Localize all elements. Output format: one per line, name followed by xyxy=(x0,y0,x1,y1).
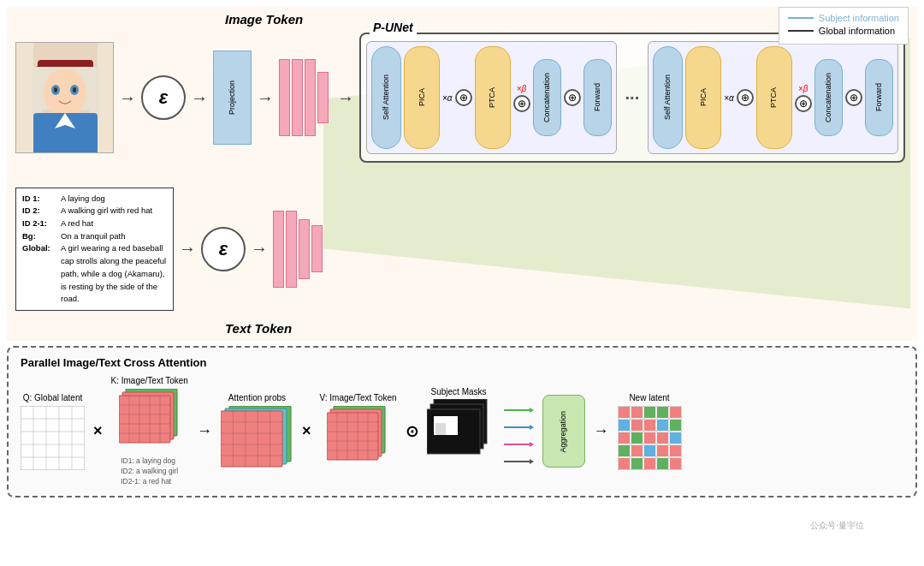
text-token-4 xyxy=(311,225,323,272)
bottom-flow-row: ID 1: A laying dog ID 2: A walking girl … xyxy=(15,188,323,311)
pica-2-label: PICA xyxy=(699,88,708,106)
text-tokens xyxy=(273,211,323,288)
svg-rect-86 xyxy=(619,445,630,456)
arrow-to-new-latent: → xyxy=(594,422,609,440)
ptca-2: PTCA xyxy=(756,46,792,149)
arrow-text-to-enc: → xyxy=(179,239,196,259)
svg-rect-61 xyxy=(435,423,446,435)
image-tokens xyxy=(279,59,329,136)
token-1 xyxy=(279,59,290,136)
concatenation-2-label: Concatenation xyxy=(824,73,833,122)
text-row-global: Global: A girl wearing a red baseball ca… xyxy=(22,242,167,306)
svg-rect-71 xyxy=(619,407,630,418)
k-id1: ID1: a laying dog xyxy=(121,456,178,467)
k-id2: ID2: a walking girl xyxy=(121,467,178,477)
arrow-proj-to-token: → xyxy=(257,88,274,108)
svg-rect-77 xyxy=(631,420,643,431)
svg-point-7 xyxy=(44,69,86,116)
self-attention-1: Self Attention xyxy=(371,46,401,149)
self-attention-2-label: Self Attention xyxy=(663,74,672,120)
svg-marker-63 xyxy=(530,408,534,413)
pica-2: PICA xyxy=(685,46,721,149)
legend-line-subject xyxy=(788,17,814,19)
new-latent-grid xyxy=(618,406,682,470)
image-token-label: Image Token xyxy=(225,12,303,27)
svg-rect-92 xyxy=(631,458,643,469)
token-2 xyxy=(292,59,303,136)
plus-op-6: ⊕ xyxy=(845,89,862,106)
q-matrix xyxy=(21,406,85,470)
ptca-2-label: PTCA xyxy=(769,87,779,108)
legend-global-label: Global information xyxy=(819,26,895,36)
aggregation-block: Aggregation xyxy=(542,395,585,468)
svg-rect-36 xyxy=(221,411,282,467)
attn-tokens-svg xyxy=(221,406,293,470)
k-tokens-svg xyxy=(119,389,181,453)
concatenation-1-label: Concatenation xyxy=(542,73,552,122)
text-token-3 xyxy=(299,219,310,279)
bottom-section: Parallel Image/Text Cross Attention Q: G… xyxy=(7,346,917,497)
self-attention-1-label: Self Attention xyxy=(382,74,391,120)
bottom-title: Parallel Image/Text Cross Attention xyxy=(21,356,903,369)
main-container: Subject information Global information I… xyxy=(0,0,924,566)
dots: ··· xyxy=(622,88,643,108)
svg-point-11 xyxy=(73,87,76,92)
id1-val: A laying dog xyxy=(61,193,105,206)
aggregation-label: Aggregation xyxy=(559,411,568,453)
text-token-1 xyxy=(273,211,284,288)
unet-module-1: Self Attention PICA ×α ⊕ xyxy=(366,41,617,154)
plus-op-5: ⊕ xyxy=(795,95,812,112)
masks-label: Subject Masks xyxy=(431,387,487,396)
k-id21: ID2-1: a red hat xyxy=(121,477,178,487)
token-3 xyxy=(305,59,316,136)
svg-marker-67 xyxy=(530,442,534,447)
svg-rect-91 xyxy=(619,458,630,469)
bg-val: On a tranquil path xyxy=(61,230,126,243)
text-token-2 xyxy=(286,211,297,288)
colored-arrows-svg xyxy=(500,397,534,466)
global-label: Global: xyxy=(22,242,58,306)
anime-image xyxy=(15,42,114,153)
svg-rect-82 xyxy=(631,432,643,444)
arrow-enc-to-proj: → xyxy=(191,88,208,108)
times-alpha-2: ×α xyxy=(724,93,734,103)
svg-rect-93 xyxy=(644,458,655,469)
arrows-section xyxy=(500,397,534,466)
svg-rect-74 xyxy=(657,407,668,418)
times-beta-1: ×β xyxy=(517,84,527,93)
token-4 xyxy=(317,72,329,123)
k-label: K: Image/Text Token xyxy=(111,376,188,385)
text-row-id1: ID 1: A laying dog xyxy=(22,193,167,206)
alpha-group-2: ×α xyxy=(724,93,734,103)
svg-rect-76 xyxy=(619,420,630,431)
hadamard-op: ⊙ xyxy=(406,422,418,441)
unet-module-2: Self Attention PICA ×α ⊕ xyxy=(648,41,898,154)
concat-group-1: ×β ⊕ xyxy=(513,84,530,112)
text-row-id2: ID 2: A walking girl with red hat xyxy=(22,205,167,217)
concatenation-2: Concatenation xyxy=(814,59,843,136)
svg-rect-79 xyxy=(657,420,668,431)
k-tokens xyxy=(119,389,181,453)
svg-marker-65 xyxy=(530,425,534,430)
forward-2-label: Forward xyxy=(874,83,884,111)
legend: Subject information Global information xyxy=(779,7,909,45)
masks-svg xyxy=(427,399,491,476)
attn-section: Attention probs xyxy=(221,393,293,470)
v-tokens-svg xyxy=(327,406,388,470)
pica-1-label: PICA xyxy=(418,88,427,106)
multiply-op-1: × xyxy=(93,422,103,440)
svg-rect-6 xyxy=(89,67,99,118)
svg-rect-95 xyxy=(670,458,681,469)
q-label: Q: Global latent xyxy=(23,393,82,402)
id21-val: A red hat xyxy=(61,217,93,230)
arrow-to-attn: → xyxy=(197,422,212,440)
fwd-group-1: ⊕ xyxy=(564,89,581,106)
global-val: A girl wearing a red baseball cap stroll… xyxy=(61,242,167,306)
svg-rect-73 xyxy=(644,407,655,418)
id2-label: ID 2: xyxy=(22,205,58,217)
arrow-img-to-enc: → xyxy=(119,88,136,108)
attn-tokens xyxy=(221,406,293,470)
punet-modules-row: Self Attention PICA ×α ⊕ xyxy=(366,41,898,154)
text-row-id21: ID 2-1: A red hat xyxy=(22,217,167,230)
q-section: Q: Global latent xyxy=(21,393,85,470)
